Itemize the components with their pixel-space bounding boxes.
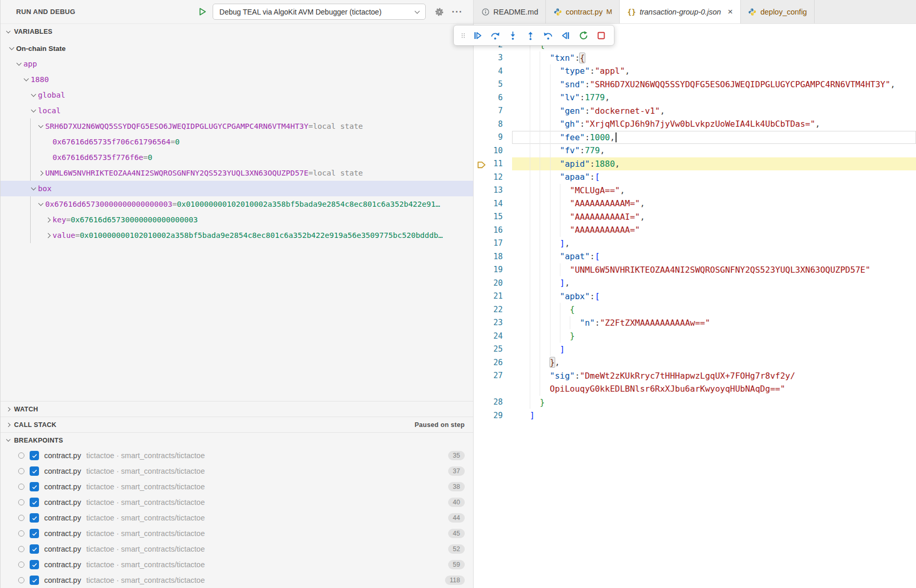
step-out-button[interactable] <box>522 28 538 43</box>
gutter[interactable]: 23 <box>474 318 512 327</box>
breakpoint-checkbox[interactable] <box>30 466 39 476</box>
variable-row[interactable]: 0x67616d65730000000000000003 = 0x0100000… <box>1 196 473 212</box>
code-line-content[interactable]: "sig": "DmeWt2zKUkRryc7tHHHapwzLgqUX+7FO… <box>512 369 916 383</box>
code-line[interactable]: 22{ <box>474 303 916 316</box>
code-line-content[interactable]: "apbx": [ <box>512 290 916 303</box>
code-line[interactable]: 4"type": "appl", <box>474 64 916 78</box>
code-line-content[interactable]: "MCLUgA==", <box>512 184 916 197</box>
tab-contract-py[interactable]: contract.pyM <box>546 0 620 23</box>
gutter[interactable]: 3 <box>474 53 512 62</box>
gutter[interactable]: 24 <box>474 331 512 341</box>
breakpoint-checkbox[interactable] <box>30 451 39 460</box>
gutter[interactable]: 20 <box>474 278 512 288</box>
breakpoint-row[interactable]: contract.pytictactoe · smart_contracts/t… <box>1 541 473 557</box>
code-line[interactable]: 21"apbx": [ <box>474 290 916 303</box>
breakpoint-row[interactable]: contract.pytictactoe · smart_contracts/t… <box>1 510 473 526</box>
chevron-down-icon[interactable] <box>29 110 38 112</box>
code-line[interactable]: 8"gh": "XrjqMlCpJ6h9h7jyVw0bLvkpzUoWeIA4… <box>474 117 916 131</box>
code-line[interactable]: 27"sig": "DmeWt2zKUkRryc7tHHHapwzLgqUX+7… <box>474 369 916 383</box>
breakpoint-row[interactable]: contract.pytictactoe · smart_contracts/t… <box>1 557 473 572</box>
chevron-down-icon[interactable] <box>36 125 45 127</box>
code-line[interactable]: 6"lv": 1779, <box>474 91 916 104</box>
breakpoint-row[interactable]: contract.pytictactoe · smart_contracts/t… <box>1 479 473 495</box>
variable-row[interactable]: 0x67616d65735f706c61796564 = 0 <box>1 134 473 150</box>
code-line[interactable]: 12"apaa": [ <box>474 170 916 184</box>
code-line[interactable]: 24} <box>474 329 916 343</box>
code-line-content[interactable]: } <box>512 396 916 409</box>
step-into-button[interactable] <box>505 28 520 43</box>
chevron-right-icon[interactable] <box>36 171 45 175</box>
gutter[interactable]: 7 <box>474 106 512 115</box>
code-line-content[interactable]: "gh": "XrjqMlCpJ6h9h7jyVw0bLvkpzUoWeIA4L… <box>512 117 916 131</box>
gutter[interactable]: 12 <box>474 172 512 182</box>
code-line-content[interactable]: "n": "Z2FtZXMAAAAAAAAAAw==" <box>512 316 916 330</box>
code-line-content[interactable]: ], <box>512 276 916 290</box>
code-line[interactable]: 29] <box>474 409 916 422</box>
code-line[interactable]: 3"txn": { <box>474 51 916 65</box>
code-line-content[interactable]: "AAAAAAAAAAM=", <box>512 197 916 210</box>
breakpoint-checkbox[interactable] <box>30 513 39 523</box>
code-line-content[interactable]: ] <box>512 409 916 422</box>
code-line-content[interactable]: "UNML6W5NVHRIKTEOZAA4NI2SWQROSGNFNY2QS52… <box>512 263 916 277</box>
code-line-content[interactable]: "snd": "SRH6D7XU2N6WQQ5SSYDQFG5ESO6JWEQI… <box>512 78 916 91</box>
code-line-content[interactable]: "txn": { <box>512 51 916 65</box>
chevron-down-icon[interactable] <box>29 188 38 190</box>
breakpoint-checkbox[interactable] <box>30 576 39 585</box>
code-line-content[interactable]: ] <box>512 343 916 356</box>
code-line-content[interactable]: { <box>512 303 916 316</box>
gutter[interactable]: 8 <box>474 119 512 129</box>
chevron-down-icon[interactable] <box>7 47 16 49</box>
breakpoint-checkbox[interactable] <box>30 529 39 538</box>
variable-row[interactable]: On-chain State <box>1 41 473 56</box>
code-line-content[interactable]: "lv": 1779, <box>512 91 916 104</box>
code-line-content[interactable]: "fv": 779, <box>512 144 916 157</box>
code-line[interactable]: 15"AAAAAAAAAAI=", <box>474 210 916 224</box>
close-icon[interactable]: × <box>728 8 733 16</box>
code-line[interactable]: 9"fee": 1000, <box>474 131 916 144</box>
variable-row[interactable]: SRH6D7XU2N6WQQ5SSYDQFG5ESO6JWEQIDPGLUGYC… <box>1 118 473 134</box>
code-line-content[interactable]: "type": "appl", <box>512 64 916 78</box>
code-line[interactable]: 17], <box>474 237 916 250</box>
variable-row[interactable]: box <box>1 181 473 196</box>
chevron-right-icon[interactable] <box>43 234 53 237</box>
gutter[interactable]: 15 <box>474 212 512 221</box>
gutter[interactable]: 17 <box>474 238 512 248</box>
variable-row[interactable]: app <box>1 56 473 72</box>
code-line[interactable]: 19"UNML6W5NVHRIKTEOZAA4NI2SWQROSGNFNY2QS… <box>474 263 916 277</box>
code-line[interactable]: 18"apat": [ <box>474 250 916 263</box>
step-back-button[interactable] <box>540 28 556 43</box>
code-editor[interactable]: 2{3"txn": {4"type": "appl",5"snd": "SRH6… <box>474 24 916 588</box>
gutter[interactable]: 11 <box>474 159 512 168</box>
gutter[interactable]: 19 <box>474 265 512 274</box>
drag-handle[interactable] <box>459 28 467 43</box>
gutter[interactable]: 10 <box>474 146 512 155</box>
breakpoint-checkbox[interactable] <box>30 498 39 507</box>
tab-transaction-group-0-json[interactable]: {}transaction-group-0.json× <box>620 0 740 24</box>
gutter[interactable]: 5 <box>474 79 512 89</box>
gutter[interactable]: 21 <box>474 291 512 301</box>
breakpoint-row[interactable]: contract.pytictactoe · smart_contracts/t… <box>1 495 473 510</box>
step-over-button[interactable] <box>487 28 503 43</box>
gutter[interactable]: 18 <box>474 252 512 261</box>
variable-row[interactable]: key = 0x67616d65730000000000000003 <box>1 212 473 228</box>
code-line[interactable]: 28} <box>474 396 916 409</box>
callstack-section-header[interactable]: CALL STACK Paused on step <box>1 417 473 432</box>
variable-row[interactable]: local <box>1 103 473 118</box>
gutter[interactable]: 22 <box>474 305 512 314</box>
gutter[interactable]: 16 <box>474 225 512 235</box>
tab-deploy-config[interactable]: deploy_config <box>741 0 815 23</box>
debug-config-dropdown[interactable]: Debug TEAL via AlgoKit AVM Debugger (tic… <box>213 4 426 20</box>
gutter[interactable]: 6 <box>474 93 512 102</box>
code-line-content[interactable]: "apaa": [ <box>512 170 916 184</box>
breakpoint-checkbox[interactable] <box>30 482 39 491</box>
variable-row[interactable]: 1880 <box>1 72 473 87</box>
chevron-down-icon[interactable] <box>14 63 23 65</box>
code-line-content[interactable]: "gen": "dockernet-v1", <box>512 104 916 118</box>
variables-section-header[interactable]: VARIABLES <box>1 24 473 39</box>
code-line[interactable]: 13"MCLUgA==", <box>474 184 916 197</box>
variable-row[interactable]: global <box>1 87 473 103</box>
variable-row[interactable]: 0x67616d65735f776f6e = 0 <box>1 150 473 165</box>
code-line-content[interactable]: ], <box>512 237 916 250</box>
code-line[interactable]: 11"apid": 1880, <box>474 157 916 171</box>
watch-section-header[interactable]: WATCH <box>1 401 473 417</box>
